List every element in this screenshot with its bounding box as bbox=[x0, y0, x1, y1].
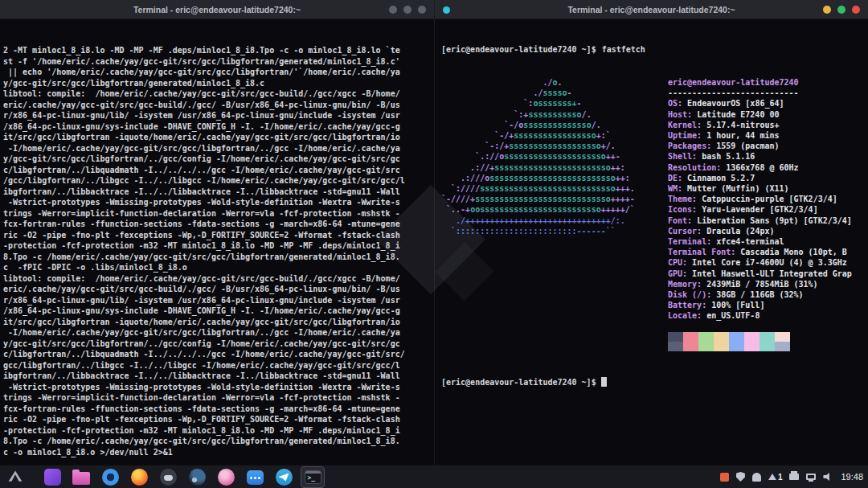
titlebar-left[interactable]: Terminal - eric@endeavour-latitude7240:~ bbox=[0, 0, 434, 19]
notif-icon bbox=[768, 474, 776, 480]
logo-line: `:osssssss+- bbox=[441, 98, 652, 109]
network-indicator[interactable] bbox=[806, 474, 816, 480]
fastfetch-info-row: Font: Liberation Sans (9pt) [GTK2/3/4] bbox=[668, 215, 852, 226]
discord-icon bbox=[160, 469, 177, 486]
pink-icon bbox=[218, 469, 235, 486]
close-button[interactable] bbox=[852, 6, 860, 14]
files-icon bbox=[72, 472, 90, 485]
chat-launcher[interactable] bbox=[243, 466, 267, 488]
logo-line: `-/ossssssssssssso/. bbox=[441, 120, 652, 130]
minimize-button[interactable] bbox=[823, 6, 831, 14]
fastfetch-info-row: Locale: en_US.UTF-8 bbox=[668, 310, 852, 321]
shell-prompt: [eric@endeavour-latitude7240 ~]$ bbox=[441, 45, 596, 54]
maximize-button[interactable] bbox=[403, 6, 411, 14]
fastfetch-info-row: Resolution: 1366x768 @ 60Hz bbox=[668, 162, 852, 173]
palette-swatch bbox=[744, 342, 760, 351]
logo-line: `-:/+sssssssssssssssssso+/. bbox=[441, 141, 652, 151]
menu-button[interactable] bbox=[3, 466, 27, 488]
fastfetch-info-row: DE: Cinnamon 5.2.7 bbox=[668, 173, 852, 183]
fastfetch-output: ./o. ./sssso- `:osssssss+- `:+ssssssssss… bbox=[441, 77, 862, 351]
logo-line: .:///ossssssssssssssssssssssssso++: bbox=[441, 173, 652, 183]
network-icon bbox=[806, 474, 816, 480]
fastfetch-host-title: eric@endeavour-latitude7240 bbox=[668, 77, 852, 88]
window-icon bbox=[443, 6, 450, 14]
prompt-line: [eric@endeavour-latitude7240 ~]$fastfetc… bbox=[441, 44, 862, 55]
fastfetch-separator: --------------------------- bbox=[668, 88, 852, 98]
steam-icon bbox=[189, 469, 206, 486]
palette-swatch bbox=[729, 342, 744, 351]
update-icon bbox=[720, 473, 729, 482]
telegram-launcher[interactable] bbox=[272, 466, 296, 488]
palette-swatch bbox=[714, 342, 729, 351]
terminal-body-left[interactable]: 2 -MT minloc1_8_i8.lo -MD -MP -MF .deps/… bbox=[0, 19, 434, 488]
minimize-button[interactable] bbox=[389, 6, 397, 14]
desktop: Terminal - eric@endeavour-latitude7240:~… bbox=[0, 0, 868, 488]
printer-indicator[interactable] bbox=[789, 474, 799, 480]
clock[interactable]: 19:48 bbox=[841, 472, 863, 482]
logo-line: ./++++++++++++++++++++++++++++++/:. bbox=[441, 215, 652, 226]
volume-indicator[interactable] bbox=[823, 473, 833, 482]
browser-icon bbox=[102, 469, 119, 486]
palette-swatch bbox=[729, 332, 744, 342]
steam-launcher[interactable] bbox=[185, 466, 209, 488]
logo-line: `:::::::::::::::::::::::::------`` bbox=[441, 226, 652, 236]
close-button[interactable] bbox=[418, 6, 426, 14]
fastfetch-info-row: Theme: Catppuccin-purple [GTK2/3/4] bbox=[668, 194, 852, 204]
terminal-icon bbox=[305, 470, 321, 484]
prompt-line-2: [eric@endeavour-latitude7240 ~]$ bbox=[441, 377, 862, 388]
logo-line: ./o. bbox=[441, 77, 652, 88]
fastfetch-info-row: Host: Latitude E7240 00 bbox=[668, 109, 852, 120]
palette-swatch bbox=[760, 332, 775, 342]
fastfetch-info-row: WM: Mutter (Muffin) (X11) bbox=[668, 183, 852, 194]
palette-swatch bbox=[714, 332, 729, 342]
fastfetch-info-row: OS: EndeavourOS [x86_64] bbox=[668, 98, 852, 109]
titlebar-right[interactable]: Terminal - eric@endeavour-latitude7240:~ bbox=[435, 0, 868, 19]
palette-swatch bbox=[698, 332, 714, 342]
browser-launcher[interactable] bbox=[98, 466, 122, 488]
palette-swatch bbox=[668, 342, 683, 351]
fastfetch-info-row: Memory: 2439MiB / 7854MiB (31%) bbox=[668, 279, 852, 289]
telegram-icon bbox=[276, 469, 293, 486]
printer-icon bbox=[789, 474, 799, 480]
palette-swatch bbox=[775, 332, 790, 342]
firewall-indicator[interactable] bbox=[736, 472, 745, 482]
fastfetch-info-row: Icons: Yaru-Lavender [GTK2/3/4] bbox=[668, 204, 852, 215]
taskbar: 1 19:48 bbox=[0, 465, 868, 488]
app-violet-launcher[interactable] bbox=[40, 466, 64, 488]
logo-line: `-/+sssssssssssssssso+:` bbox=[441, 130, 652, 141]
logo-line: `.://osssssssssssssssssssso++- bbox=[441, 151, 652, 162]
update-indicator[interactable] bbox=[720, 473, 729, 482]
firefox-icon bbox=[131, 469, 148, 486]
terminal-window-left[interactable]: Terminal - eric@endeavour-latitude7240:~… bbox=[0, 0, 434, 465]
fastfetch-info-row: Kernel: 5.17.4-nitrous+ bbox=[668, 120, 852, 130]
app-pink-launcher[interactable] bbox=[214, 466, 238, 488]
fastfetch-info-row: Cursor: Dracula (24px) bbox=[668, 226, 852, 236]
file-manager-launcher[interactable] bbox=[69, 466, 93, 488]
logo-line: `:////ssssssssssssssssssssssssssso+++. bbox=[441, 183, 652, 194]
menu-icon bbox=[8, 470, 23, 484]
logo-line: `-////+ssssssssssssssssssssssssssso++++- bbox=[441, 194, 652, 204]
ghost-icon bbox=[752, 473, 761, 482]
terminal-palette-row bbox=[668, 342, 852, 351]
discord-launcher[interactable] bbox=[156, 466, 180, 488]
fastfetch-info: eric@endeavour-latitude7240-------------… bbox=[668, 77, 852, 351]
maximize-button[interactable] bbox=[837, 6, 845, 14]
firefox-launcher[interactable] bbox=[127, 466, 151, 488]
terminal-body-right[interactable]: [eric@endeavour-latitude7240 ~]$fastfetc… bbox=[435, 19, 868, 413]
fastfetch-logo: ./o. ./sssso- `:osssssss+- `:+ssssssssss… bbox=[441, 77, 652, 351]
fastfetch-info-row: CPU: Intel Core i7-4600U (4) @ 3.3GHz bbox=[668, 257, 852, 268]
typed-command: fastfetch bbox=[602, 45, 645, 54]
terminal-window-button[interactable] bbox=[301, 466, 325, 488]
notification-indicator[interactable]: 1 bbox=[768, 473, 783, 482]
fastfetch-info-row: Packages: 1559 (pacman) bbox=[668, 141, 852, 151]
logo-line: `:+sssssssssso/. bbox=[441, 109, 652, 120]
tray-app-indicator[interactable] bbox=[752, 473, 761, 482]
fastfetch-info-row: Battery: 100% [Full] bbox=[668, 300, 852, 310]
fastfetch-info-row: Shell: bash 5.1.16 bbox=[668, 151, 852, 162]
palette-swatch bbox=[683, 332, 698, 342]
fastfetch-info-row: Terminal Font: Cascadia Mono (10pt, B bbox=[668, 247, 852, 257]
shell-prompt: [eric@endeavour-latitude7240 ~]$ bbox=[441, 378, 596, 387]
terminal-palette-row bbox=[668, 332, 852, 342]
palette-swatch bbox=[744, 332, 760, 342]
terminal-window-right[interactable]: Terminal - eric@endeavour-latitude7240:~… bbox=[434, 0, 868, 465]
